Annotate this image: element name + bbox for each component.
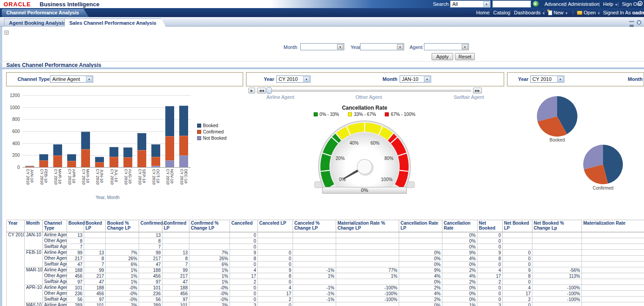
channel-type-cell[interactable]: Airline Agent [43,232,67,238]
month-cell[interactable]: MAR-10 [25,267,43,285]
bar-segment[interactable] [39,154,48,160]
channel-type-select[interactable]: Airline Agent▼ [50,75,93,83]
chevron-down-icon[interactable]: ▼ [462,44,468,49]
channel-type-cell[interactable]: Other Agent [43,256,67,262]
column-header[interactable]: Month [25,220,43,232]
column-header[interactable]: Cancellation Rate LP [399,220,442,232]
slider-step-back-button[interactable]: ◀◀ [257,88,266,93]
channel-type-cell[interactable]: Swiftair Agent [43,297,67,302]
column-header[interactable]: Canceled % Change LP [293,220,336,232]
channel-type-cell[interactable]: Airline Agent [43,285,67,291]
slider-label-airline-agent[interactable]: Airline Agent [266,94,294,100]
signed-in-user[interactable]: oadmi [632,10,644,15]
bar-segment[interactable] [151,157,160,166]
column-header[interactable]: Materialization Rate % Change LP [336,220,399,232]
bar-segment[interactable] [95,157,104,163]
bar-segment[interactable] [95,162,104,167]
chevron-down-icon[interactable]: ▼ [557,76,563,82]
slider-step-forward-button[interactable]: ▶▶ [473,88,482,93]
chevron-down-icon[interactable]: ▼ [397,44,403,49]
column-header[interactable]: Confirmed▵▽ [139,220,162,232]
filter-agent-select[interactable]: ▼ [424,43,469,50]
slider-label-other-agent[interactable]: Other Agent [356,94,382,100]
bar-segment[interactable] [165,106,174,136]
bar-segment[interactable] [123,147,132,157]
bar-segment[interactable] [179,155,188,167]
month-cell[interactable]: JAN-10 [25,232,43,250]
booked-pie-chart[interactable] [536,96,578,137]
slider-thumb[interactable] [266,87,272,94]
column-header[interactable]: Booked % Change LP [106,220,139,232]
bar-segment[interactable] [165,136,174,160]
chevron-down-icon[interactable]: ▼ [483,1,490,7]
channel-type-cell[interactable]: Swiftair Agent [43,244,67,250]
column-header[interactable]: Materialization Rate [582,220,644,232]
column-header[interactable]: Confirmed % Change LP [189,220,230,232]
channel-type-cell[interactable]: Swiftair Agent [43,279,67,285]
column-header[interactable]: Booked [67,220,84,232]
search-input[interactable] [492,0,531,8]
dashboards-menu[interactable]: Dashboards ▼ [514,10,545,15]
bar-segment[interactable] [53,144,62,155]
channel-type-cell[interactable]: Airline Agent [43,250,67,256]
bar-segment[interactable] [179,136,188,155]
bar-segment[interactable] [67,161,76,167]
collapse-pane-icon[interactable]: + [5,31,9,35]
channel-type-cell[interactable]: Swiftair Agent [43,262,67,267]
dashboard-page-tab[interactable]: Channel Performance Analysis [2,9,89,17]
catalog-link[interactable]: Catalog [493,10,510,15]
bar-segment[interactable] [39,160,48,167]
home-link[interactable]: Home [476,10,489,15]
column-header[interactable]: Booked LP [84,220,106,232]
bar-segment[interactable] [165,160,174,167]
column-header[interactable]: Cancellation Rate [442,220,477,232]
bar-segment[interactable] [25,166,34,167]
chevron-down-icon[interactable]: ▼ [337,44,343,49]
bar-segment[interactable] [137,133,146,150]
gauge-month-select[interactable]: JAN-10▼ [400,75,431,83]
chevron-down-icon[interactable]: ▼ [424,76,430,82]
bar-segment[interactable] [109,157,118,167]
open-menu[interactable]: Open ▼ [577,10,600,15]
channel-type-cell[interactable]: Other Agent [43,238,67,244]
page-options-icon[interactable] [629,21,634,25]
column-header[interactable]: Year [7,220,25,232]
apply-button[interactable]: Apply [432,53,453,60]
channel-type-cell[interactable]: Airline Agent [43,267,67,273]
column-header[interactable]: Cancelled [230,220,258,232]
filter-year-select[interactable]: ▼ [360,43,404,50]
column-header[interactable]: Net Booked [477,220,503,232]
column-header[interactable]: Confirmed LP [162,220,189,232]
channel-type-cell[interactable]: Other Agent [43,273,67,279]
slider-track[interactable] [268,90,471,92]
channel-type-cell[interactable]: Airline Agent [43,302,67,306]
column-header[interactable]: Canceled LP [258,220,293,232]
month-cell[interactable]: APR-10 [25,285,43,302]
bar-segment[interactable] [81,149,90,167]
bar-segment[interactable] [123,157,132,167]
search-go-icon[interactable]: ▶ [533,1,539,7]
search-scope-select[interactable]: All ▼ [450,0,491,8]
month-cell[interactable]: FEB-10 [25,250,43,267]
chevron-down-icon[interactable]: ▼ [303,76,310,82]
bar-segment[interactable] [67,154,76,161]
clock-icon[interactable] [637,20,641,25]
bar-segment[interactable] [25,166,34,166]
tab-sales-channel-performance-analysis[interactable]: Sales Channel Performance Analysis [64,18,166,27]
help-menu[interactable]: Help ▼ [603,1,618,7]
chevron-down-icon[interactable]: ▼ [86,76,92,82]
column-header[interactable]: Net Booked % Change Lp [532,220,582,232]
bar-segment[interactable] [151,144,160,157]
channel-type-cell[interactable]: Other Agent [43,291,67,297]
month-cell[interactable]: MAY-10 [25,302,43,306]
bar-segment[interactable] [179,106,188,136]
confirmed-pie-chart[interactable] [583,144,623,185]
bar-segment[interactable] [151,166,160,167]
bar-segment[interactable] [53,155,62,167]
slider-label-swiftair-agent[interactable]: Swiftair Agent [454,94,484,100]
column-header[interactable]: Channel Type [43,220,67,232]
reset-button[interactable]: Reset [455,53,475,60]
filter-month-select[interactable]: ▼ [300,43,344,50]
pie-year-select[interactable]: CY 2010▼ [530,75,564,83]
gauge-year-select[interactable]: CY 2010▼ [276,75,311,83]
